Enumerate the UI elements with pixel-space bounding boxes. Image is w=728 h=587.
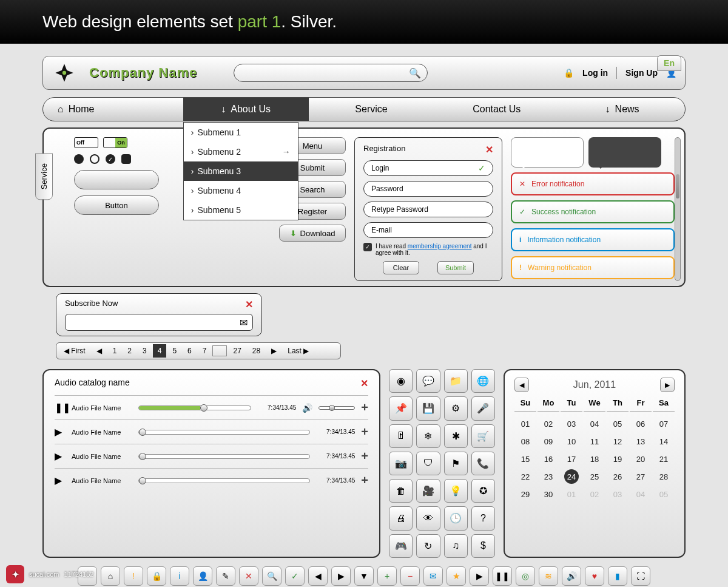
pagination-page[interactable]: 6: [183, 344, 197, 358]
heart-icon[interactable]: ♥: [585, 566, 604, 586]
add-icon[interactable]: +: [361, 449, 368, 463]
close-icon[interactable]: ✕: [360, 378, 368, 389]
calendar-day[interactable]: 14: [653, 434, 675, 449]
checkbox-filled-icon[interactable]: [121, 154, 131, 164]
calendar-day[interactable]: 08: [514, 434, 536, 449]
language-selector[interactable]: En: [657, 55, 681, 71]
login-input[interactable]: Login✓: [363, 160, 493, 176]
play-icon[interactable]: ▶: [55, 426, 66, 438]
toggle-on[interactable]: On: [103, 137, 127, 148]
plus-icon[interactable]: +: [377, 566, 397, 586]
user-icon[interactable]: 👤: [193, 566, 212, 586]
play-icon[interactable]: ▶: [55, 450, 66, 462]
calendar-day[interactable]: 09: [538, 434, 559, 449]
calendar-day[interactable]: 04: [584, 416, 605, 432]
play-icon[interactable]: ▶: [470, 566, 489, 586]
shield-icon[interactable]: 🛡: [416, 452, 440, 475]
calendar-day[interactable]: 13: [630, 434, 652, 449]
pagination-page[interactable]: 28: [248, 344, 265, 358]
bulb-icon[interactable]: 💡: [444, 479, 468, 503]
calendar-day[interactable]: 02: [584, 487, 605, 502]
pagination-page[interactable]: 2: [123, 344, 136, 358]
pagination-last[interactable]: Last ▶: [283, 344, 314, 358]
calendar-day[interactable]: 07: [653, 416, 675, 432]
calendar-day[interactable]: 23: [538, 469, 559, 484]
close-icon[interactable]: ✕: [485, 144, 493, 155]
minus-icon[interactable]: −: [400, 566, 420, 586]
retype-password-input[interactable]: Retype Password: [363, 202, 493, 217]
close-icon[interactable]: ✕: [245, 299, 253, 310]
gear-icon[interactable]: ⚙: [444, 396, 468, 420]
submenu-item[interactable]: › Submenu 3: [184, 161, 298, 181]
calendar-day[interactable]: 05: [607, 416, 629, 432]
calendar-day[interactable]: 04: [630, 487, 652, 502]
header-search-input[interactable]: 🔍: [234, 64, 428, 82]
star-icon[interactable]: ★: [447, 566, 466, 586]
volume-slider[interactable]: [318, 406, 355, 410]
password-input[interactable]: Password: [363, 181, 493, 197]
eye-icon[interactable]: 👁: [416, 506, 440, 530]
nav-news[interactable]: ↓News: [559, 98, 685, 121]
calendar-day[interactable]: 01: [561, 487, 582, 502]
calendar-day[interactable]: 17: [561, 452, 582, 467]
download-button[interactable]: ⬇ Download: [279, 225, 346, 242]
disc-icon[interactable]: ◉: [389, 369, 413, 393]
info-icon[interactable]: i: [170, 566, 189, 586]
calendar-day[interactable]: 03: [607, 487, 629, 502]
calendar-day[interactable]: 12: [607, 434, 629, 449]
calendar-day[interactable]: 05: [653, 487, 675, 502]
calendar-day[interactable]: 10: [561, 434, 582, 449]
checkbox-icon[interactable]: ✓: [363, 243, 372, 251]
close-icon[interactable]: ✕: [239, 566, 258, 586]
calendar-day[interactable]: 20: [630, 452, 652, 467]
badge-icon[interactable]: ✪: [471, 479, 495, 503]
signup-link[interactable]: Sign Up: [625, 68, 658, 78]
calendar-day[interactable]: 27: [630, 469, 652, 484]
mail-icon[interactable]: ✉: [423, 566, 443, 586]
refresh-icon[interactable]: ↻: [416, 534, 440, 558]
music-icon[interactable]: ♫: [444, 534, 468, 558]
calendar-day[interactable]: 18: [584, 452, 605, 467]
pagination-next[interactable]: ▶: [266, 344, 281, 358]
gamepad-icon[interactable]: 🎮: [389, 534, 413, 558]
submenu-item[interactable]: › Submenu 4: [184, 181, 298, 200]
down-icon[interactable]: ▼: [354, 566, 374, 586]
chart-icon[interactable]: ▮: [608, 566, 627, 586]
pagination-page[interactable]: 1: [108, 344, 122, 358]
calendar-day[interactable]: 03: [561, 416, 582, 432]
radio-filled-icon[interactable]: [74, 154, 84, 164]
folder-icon[interactable]: 📁: [444, 369, 468, 393]
calendar-day[interactable]: 26: [607, 469, 629, 484]
dollar-icon[interactable]: $: [471, 534, 495, 558]
volume-icon[interactable]: 🔊: [562, 566, 581, 586]
nav-contact[interactable]: Contact Us: [434, 98, 559, 121]
check-icon[interactable]: ✓: [285, 566, 305, 586]
calendar-day[interactable]: 15: [514, 452, 536, 467]
checkbox-checked-icon[interactable]: ✓: [106, 154, 115, 164]
subscribe-email-input[interactable]: ✉: [65, 314, 253, 331]
calendar-prev-button[interactable]: ◀: [514, 378, 529, 392]
calendar-next-button[interactable]: ▶: [660, 378, 675, 392]
left-icon[interactable]: ◀: [308, 566, 328, 586]
lock-icon[interactable]: 🔒: [147, 566, 166, 586]
right-icon[interactable]: ▶: [331, 566, 351, 586]
calendar-day[interactable]: 11: [584, 434, 605, 449]
calendar-day[interactable]: 19: [607, 452, 629, 467]
pagination-page[interactable]: 7: [198, 344, 212, 358]
agreement-link[interactable]: membership agreement: [408, 243, 472, 249]
pagination-input[interactable]: [212, 345, 227, 356]
phone-icon[interactable]: 📞: [471, 452, 495, 475]
calendar-day[interactable]: 02: [538, 416, 559, 432]
pagination-first[interactable]: ◀ First: [59, 344, 90, 358]
e-mail-input[interactable]: E-mail: [363, 222, 493, 238]
sliders-icon[interactable]: 🎚: [389, 424, 413, 448]
mic-icon[interactable]: 🎤: [471, 396, 495, 420]
scrollbar[interactable]: [675, 137, 681, 281]
help-icon[interactable]: ?: [471, 506, 495, 530]
calendar-day[interactable]: 28: [653, 469, 675, 484]
expand-icon[interactable]: ⛶: [631, 566, 650, 586]
play-icon[interactable]: ▶: [55, 475, 66, 486]
submenu-item[interactable]: › Submenu 1: [184, 123, 298, 142]
save-icon[interactable]: 💾: [416, 396, 440, 420]
pause-icon[interactable]: ❚❚: [493, 566, 512, 586]
